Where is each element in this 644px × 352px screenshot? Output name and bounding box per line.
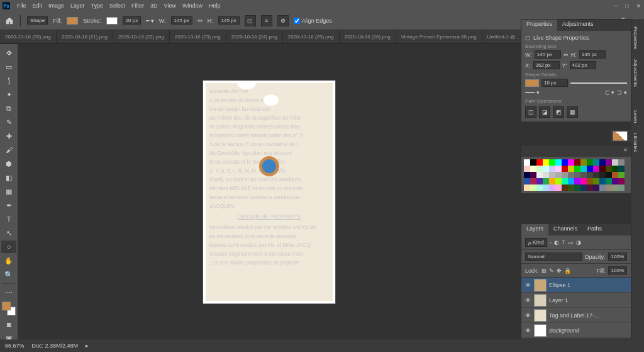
prop-stroke-width[interactable]: 10 px — [541, 79, 568, 87]
swatch[interactable] — [593, 166, 599, 172]
stroke-width-input[interactable]: 20 px — [123, 16, 142, 25]
swatch[interactable] — [543, 172, 549, 178]
swatch[interactable] — [587, 178, 593, 185]
layer-row[interactable]: 👁Tag and Label.17-... — [521, 308, 631, 323]
prop-fill-swatch[interactable] — [525, 79, 539, 87]
swatch[interactable] — [524, 172, 530, 178]
stroke-swatch[interactable] — [106, 17, 118, 25]
swatch[interactable] — [530, 172, 536, 178]
swatch[interactable] — [530, 166, 536, 172]
swatch[interactable] — [543, 159, 549, 166]
swatch[interactable] — [549, 185, 555, 191]
swatch[interactable] — [574, 159, 580, 166]
strip-adjustments[interactable]: Adjustments — [631, 54, 644, 92]
swatch[interactable] — [524, 178, 530, 185]
quick-mask[interactable]: ◙ — [1, 318, 16, 331]
swatch[interactable] — [574, 178, 580, 185]
tab-properties[interactable]: Properties — [521, 20, 557, 31]
strip-learn[interactable]: Learn — [631, 105, 644, 128]
swatch[interactable] — [593, 159, 599, 166]
swatch[interactable] — [555, 166, 562, 172]
swatch[interactable] — [562, 185, 568, 191]
visibility-icon[interactable]: 👁 — [524, 282, 531, 288]
swatch[interactable] — [530, 185, 536, 191]
tool-mode-select[interactable]: Shape — [27, 16, 48, 25]
shape-tool[interactable]: ○ — [1, 241, 16, 253]
move-tool[interactable]: ✥ — [1, 47, 16, 59]
menu-layer[interactable]: Layer — [67, 3, 88, 9]
blend-mode[interactable]: Normal — [525, 253, 582, 261]
swatch[interactable] — [568, 159, 574, 166]
swatch[interactable] — [612, 172, 618, 178]
pen-tool[interactable]: ✒ — [1, 199, 16, 212]
type-tool[interactable]: T — [1, 213, 16, 225]
swatch[interactable] — [587, 172, 593, 178]
align-edges-checkbox[interactable]: Align Edges — [294, 18, 332, 24]
swatch[interactable] — [524, 166, 530, 172]
swatch[interactable] — [568, 172, 574, 178]
swatch[interactable] — [580, 166, 587, 172]
wand-tool[interactable]: ✦ — [1, 88, 16, 101]
swatch[interactable] — [618, 159, 625, 166]
layer-row[interactable]: 👁Layer 1 — [521, 293, 631, 308]
swatch[interactable] — [536, 172, 543, 178]
path-op-intersect[interactable]: ◩ — [553, 106, 564, 118]
opacity-input[interactable]: 100% — [608, 253, 627, 261]
lasso-tool[interactable]: ⟆ — [1, 74, 16, 87]
prop-height[interactable]: 145 px — [579, 50, 606, 59]
document-tab[interactable]: 2020-10-16 (21).png — [57, 30, 113, 43]
layer-filter[interactable]: ρ Kind — [525, 238, 547, 247]
stamp-tool[interactable]: ⬢ — [1, 157, 16, 170]
document-tab[interactable]: 2020-10-16 (20).png — [0, 30, 57, 43]
swatch[interactable] — [536, 159, 543, 166]
path-tool[interactable]: ↖ — [1, 227, 16, 239]
swatch[interactable] — [606, 172, 612, 178]
swatch[interactable] — [587, 166, 593, 172]
swatch[interactable] — [599, 166, 606, 172]
brush-tool[interactable]: 🖌 — [1, 144, 16, 156]
swatch[interactable] — [543, 166, 549, 172]
swatch[interactable] — [555, 172, 562, 178]
ellipse-fill[interactable] — [262, 159, 276, 173]
swatch[interactable] — [580, 172, 587, 178]
zoom-tool[interactable]: 🔍 — [1, 268, 16, 281]
eyedropper-tool[interactable]: ✎ — [1, 116, 16, 128]
tab-layers[interactable]: Layers — [521, 224, 548, 236]
visibility-icon[interactable]: 👁 — [524, 312, 531, 319]
tab-channels[interactable]: Channels — [548, 224, 582, 236]
menu-filter[interactable]: Filter — [128, 3, 147, 9]
document-tab[interactable]: Untitled-1 @... — [482, 30, 525, 43]
swatch[interactable] — [555, 178, 562, 185]
swatch[interactable] — [580, 159, 587, 166]
swatch[interactable] — [612, 178, 618, 185]
menu-image[interactable]: Image — [45, 3, 67, 9]
swatch[interactable] — [524, 159, 530, 166]
color-picker[interactable] — [2, 302, 16, 315]
swatch[interactable] — [606, 166, 612, 172]
document-tab[interactable]: Vintage French Ephemera 68.png — [396, 30, 482, 43]
swatch[interactable] — [599, 185, 606, 191]
swatch[interactable] — [536, 185, 543, 191]
menu-window[interactable]: Window — [179, 3, 206, 9]
swatch[interactable] — [587, 185, 593, 191]
swatch[interactable] — [612, 159, 618, 166]
visibility-icon[interactable]: 👁 — [524, 327, 531, 334]
swatch[interactable] — [562, 159, 568, 166]
swatch[interactable] — [580, 178, 587, 185]
swatch[interactable] — [618, 185, 625, 191]
tab-paths[interactable]: Paths — [582, 224, 607, 236]
fill-swatch[interactable] — [67, 17, 78, 25]
document-tab[interactable]: 2020-10-16 (24).png — [226, 30, 283, 43]
swatch[interactable] — [618, 172, 625, 178]
document-tab[interactable]: 2020-10-16 (22).png — [113, 30, 170, 43]
swatch[interactable] — [562, 178, 568, 185]
menu-edit[interactable]: Edit — [30, 3, 46, 9]
swatch[interactable] — [599, 159, 606, 166]
layer-row[interactable]: 👁Ellipse 1 — [521, 278, 631, 293]
collapsed-color-panel[interactable] — [611, 130, 631, 142]
crop-tool[interactable]: ⧉ — [1, 102, 16, 115]
swatch[interactable] — [599, 178, 606, 185]
swatch[interactable] — [530, 178, 536, 185]
swatch[interactable] — [580, 185, 587, 191]
swatch[interactable] — [562, 166, 568, 172]
